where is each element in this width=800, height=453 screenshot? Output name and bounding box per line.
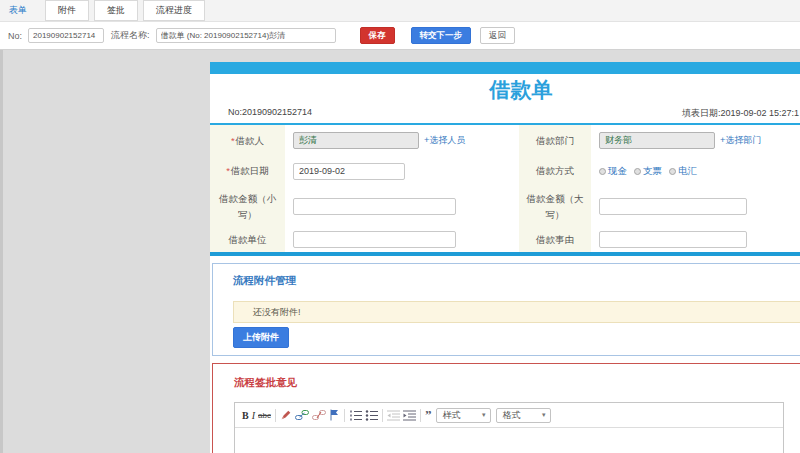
unit-label: 借款单位 xyxy=(229,232,267,247)
tab-progress[interactable]: 流程进度 xyxy=(143,0,205,21)
rich-text-editor: B I abc xyxy=(234,402,784,453)
borrower-label: 借款人 xyxy=(236,135,265,146)
blockquote-icon[interactable]: ” xyxy=(425,408,432,422)
radio-cash[interactable]: 现金 xyxy=(599,165,627,178)
tab-attachment[interactable]: 附件 xyxy=(45,0,89,21)
form-no: No:20190902152714 xyxy=(228,107,312,120)
tab-bar: 表单 附件 签批 流程进度 xyxy=(0,0,800,22)
editor-toolbar: B I abc xyxy=(235,403,783,428)
panel-header-bar xyxy=(210,62,800,74)
action-toolbar: No: 流程名称: 保存 转交下一步 返回 xyxy=(0,22,800,50)
toolbar-separator xyxy=(344,409,345,422)
radio-cheque[interactable]: 支票 xyxy=(634,165,662,178)
loan-form-table: *借款人 +选择人员 借款部门 +选择部门 *借款日期 借款方式 现金 支票 电… xyxy=(210,123,800,256)
style-dropdown[interactable]: 样式▾ xyxy=(436,408,491,423)
left-edge-strip xyxy=(0,50,3,453)
no-attachment-alert: 还没有附件! xyxy=(233,301,800,323)
flow-name-label: 流程名称: xyxy=(111,29,150,42)
radio-circle-icon xyxy=(599,168,606,175)
no-input[interactable] xyxy=(28,28,104,43)
amount-big-input[interactable] xyxy=(599,198,747,215)
required-mark: * xyxy=(231,135,235,146)
approval-section: 流程签批意见 B I abc xyxy=(212,363,800,453)
radio-circle-icon xyxy=(669,168,676,175)
form-fill-date: 填表日期:2019-09-02 15:27:1 xyxy=(682,107,799,120)
amount-small-input[interactable] xyxy=(293,198,456,215)
anchor-flag-icon[interactable] xyxy=(329,408,340,422)
strikethrough-icon[interactable]: abc xyxy=(258,408,271,422)
toolbar-separator xyxy=(382,409,383,422)
select-person-link[interactable]: +选择人员 xyxy=(424,134,465,147)
unlink-icon[interactable] xyxy=(312,408,326,422)
attachment-section-title: 流程附件管理 xyxy=(233,274,800,288)
italic-icon[interactable]: I xyxy=(252,408,255,422)
amount-small-label: 借款金额（小写） xyxy=(214,191,281,221)
toolbar-separator xyxy=(275,409,276,422)
back-button[interactable]: 返回 xyxy=(480,27,515,44)
reason-label: 借款事由 xyxy=(536,232,574,247)
tab-approval[interactable]: 签批 xyxy=(94,0,138,21)
required-mark: * xyxy=(226,165,230,176)
tab-form[interactable]: 表单 xyxy=(0,0,36,21)
radio-wire[interactable]: 电汇 xyxy=(669,165,697,178)
reason-input[interactable] xyxy=(599,231,747,248)
attachment-section: 流程附件管理 还没有附件! 上传附件 xyxy=(212,263,800,356)
toolbar-separator xyxy=(420,409,421,422)
select-dept-link[interactable]: +选择部门 xyxy=(720,134,761,147)
format-dropdown[interactable]: 格式▾ xyxy=(496,408,551,423)
radio-circle-icon xyxy=(634,168,641,175)
link-icon[interactable] xyxy=(295,408,309,422)
method-label: 借款方式 xyxy=(536,163,574,178)
approval-section-title: 流程签批意见 xyxy=(234,376,800,390)
remove-format-icon[interactable] xyxy=(280,408,292,422)
chevron-down-icon: ▾ xyxy=(482,411,486,419)
unit-input[interactable] xyxy=(293,231,456,248)
save-button[interactable]: 保存 xyxy=(360,27,395,44)
editor-body[interactable] xyxy=(235,428,783,453)
loan-date-input[interactable] xyxy=(293,163,405,180)
bullet-list-icon[interactable] xyxy=(365,408,378,422)
ordered-list-icon[interactable] xyxy=(349,408,362,422)
bold-icon[interactable]: B xyxy=(242,408,249,422)
next-step-button[interactable]: 转交下一步 xyxy=(411,27,472,44)
upload-attachment-button[interactable]: 上传附件 xyxy=(233,327,289,348)
flow-name-input[interactable] xyxy=(156,28,336,43)
indent-icon[interactable] xyxy=(403,408,416,422)
page-title: 借款单 xyxy=(210,76,800,104)
chevron-down-icon: ▾ xyxy=(542,411,546,419)
amount-big-label: 借款金额（大写） xyxy=(523,191,587,221)
form-panel: 借款单 No:20190902152714 填表日期:2019-09-02 15… xyxy=(210,62,800,453)
dept-input[interactable] xyxy=(599,132,715,149)
loan-date-label: 借款日期 xyxy=(231,165,269,176)
borrower-input[interactable] xyxy=(293,132,419,149)
no-label: No: xyxy=(8,31,22,41)
outdent-icon[interactable] xyxy=(387,408,400,422)
dept-label: 借款部门 xyxy=(536,133,574,148)
